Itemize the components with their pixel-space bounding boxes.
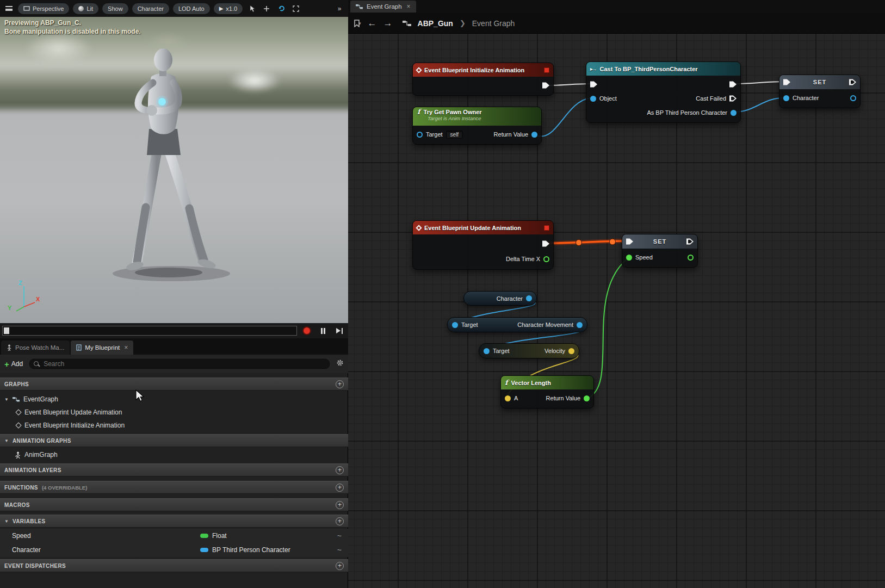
character-button[interactable]: Character	[132, 3, 169, 14]
move-tool-icon[interactable]	[261, 3, 272, 14]
lod-auto-button[interactable]: LOD Auto	[173, 3, 210, 14]
delta-time-pin[interactable]	[543, 256, 549, 262]
variable-visibility-icon[interactable]: ~	[337, 546, 342, 554]
preview-viewport[interactable]: Previewing ABP_Gun_C. Bone manipulation …	[0, 17, 348, 323]
speed-in-pin[interactable]	[626, 255, 632, 261]
close-tab-icon[interactable]: ×	[407, 3, 411, 10]
row-animgraph[interactable]: AnimGraph	[14, 448, 58, 461]
add-event-dispatcher-button[interactable]: +	[336, 562, 344, 570]
exec-out-pin[interactable]	[849, 79, 856, 86]
exec-in-pin[interactable]	[590, 81, 597, 88]
node-vector-length[interactable]: f Vector Length A Return Value	[500, 375, 594, 408]
refresh-icon[interactable]	[276, 3, 287, 14]
target-in-pin[interactable]	[484, 348, 490, 354]
return-value-pin[interactable]	[531, 132, 537, 138]
target-in-pin[interactable]	[417, 132, 423, 138]
record-button[interactable]	[300, 325, 313, 337]
pose-watch-tab-label: Pose Watch Ma...	[15, 344, 64, 351]
character-in-pin[interactable]	[783, 95, 789, 101]
exec-out-pin[interactable]	[542, 240, 549, 247]
collapse-icon[interactable]: ▼	[4, 438, 9, 443]
speed-out-pin[interactable]	[688, 255, 694, 261]
forward-button[interactable]: →	[383, 18, 393, 29]
node-try-get-pawn-owner[interactable]: f Try Get Pawn Owner Target is Anim Inst…	[412, 107, 542, 145]
velocity-out-pin[interactable]	[568, 348, 574, 354]
add-graph-button[interactable]: +	[336, 380, 344, 388]
add-animation-layer-button[interactable]: +	[336, 466, 344, 474]
variable-visibility-icon[interactable]: ~	[337, 531, 342, 540]
tab-my-blueprint[interactable]: My Blueprint ×	[71, 341, 133, 355]
step-forward-button[interactable]	[333, 325, 346, 337]
wire-pawn-return-to-cast-object[interactable]	[535, 98, 591, 137]
object-in-pin[interactable]	[590, 96, 596, 102]
wire-ascharacter-to-set-character[interactable]	[734, 98, 784, 112]
section-macros[interactable]: MACROS +	[0, 498, 348, 511]
search-box[interactable]	[28, 358, 331, 370]
add-variable-button[interactable]: +	[336, 517, 344, 525]
section-functions[interactable]: FUNCTIONS (4 OVERRIDABLE) +	[0, 481, 348, 494]
add-button[interactable]: + Add	[4, 360, 23, 369]
exec-out-pin[interactable]	[542, 82, 549, 89]
return-value-pin[interactable]	[584, 395, 590, 401]
lit-button[interactable]: Lit	[73, 3, 98, 14]
target-self-value[interactable]: self	[446, 131, 463, 139]
section-animation-graphs[interactable]: ▼ ANIMATION GRAPHS	[0, 434, 348, 447]
node-cast-to-bp-thirdpersoncharacter[interactable]: ▸→ Cast To BP_ThirdPersonCharacter Objec…	[586, 61, 741, 123]
character-out-pin[interactable]	[850, 95, 856, 101]
node-get-character[interactable]: Character	[463, 291, 537, 306]
back-button[interactable]: ←	[368, 18, 377, 29]
pause-button[interactable]	[317, 325, 330, 337]
exec-in-pin[interactable]	[626, 238, 633, 245]
row-event-update-animation[interactable]: Event Blueprint Update Animation	[16, 406, 122, 419]
tab-pose-watch-manager[interactable]: Pose Watch Ma...	[1, 341, 70, 355]
node-event-blueprint-update-animation[interactable]: Event Blueprint Update Animation Delta T…	[412, 220, 554, 270]
character-out-pin[interactable]	[526, 295, 532, 301]
exec-out-pin[interactable]	[729, 81, 737, 88]
section-animation-layers[interactable]: ANIMATION LAYERS +	[0, 463, 348, 476]
playback-speed-button[interactable]: ▶ x1.0	[214, 3, 243, 14]
section-event-dispatchers[interactable]: EVENT DISPATCHERS +	[0, 559, 348, 572]
wire-exec-init-to-cast[interactable]	[547, 84, 591, 85]
toolbar-overflow-chevrons[interactable]: »	[334, 3, 345, 14]
as-character-out-pin[interactable]	[731, 110, 737, 116]
node-get-velocity[interactable]: Target Velocity	[479, 343, 579, 358]
bookmarks-button[interactable]: ▾	[354, 20, 361, 27]
target-in-pin[interactable]	[452, 322, 458, 328]
expander-icon[interactable]: ▼	[4, 397, 9, 402]
collapse-icon[interactable]: ▼	[4, 519, 9, 524]
select-tool-icon[interactable]	[246, 3, 257, 14]
row-eventgraph[interactable]: ▼ EventGraph	[4, 393, 58, 406]
breadcrumb-root[interactable]: ABP_Gun	[418, 19, 453, 28]
wire-exec-cast-to-set-character[interactable]	[733, 82, 785, 84]
search-input[interactable]	[44, 360, 325, 368]
timeline-scrubber[interactable]	[2, 326, 297, 336]
maximize-icon[interactable]	[290, 3, 301, 14]
timeline-playhead[interactable]	[4, 327, 9, 334]
add-function-button[interactable]: +	[336, 484, 344, 492]
a-in-pin[interactable]	[505, 395, 511, 401]
row-event-init-animation[interactable]: Event Blueprint Initialize Animation	[16, 419, 125, 432]
exec-out-pin[interactable]	[686, 238, 694, 245]
perspective-button[interactable]: Perspective	[18, 3, 69, 14]
exec-in-pin[interactable]	[783, 79, 790, 86]
node-set-character[interactable]: SET Character	[779, 75, 861, 108]
node-event-blueprint-initialize-animation[interactable]: Event Blueprint Initialize Animation	[412, 63, 554, 96]
viewport-menu-icon[interactable]	[3, 3, 14, 14]
panel-settings-button[interactable]	[336, 359, 344, 369]
close-tab-icon[interactable]: ×	[124, 344, 128, 351]
blueprint-graph-canvas[interactable]: Event Blueprint Initialize Animation ▸→ …	[348, 34, 885, 588]
event-dispatchers-label: EVENT DISPATCHERS	[4, 563, 66, 569]
show-button[interactable]: Show	[102, 3, 128, 14]
section-variables[interactable]: ▼ VARIABLES +	[0, 515, 348, 528]
tab-event-graph[interactable]: Event Graph ×	[350, 1, 416, 13]
node-get-character-movement[interactable]: Target Character Movement	[447, 317, 587, 332]
speed-label: x1.0	[226, 5, 237, 12]
variable-row-speed[interactable]: Speed Float ~	[0, 529, 348, 543]
cast-failed-exec-pin[interactable]	[729, 95, 737, 102]
variable-row-character[interactable]: Character BP Third Person Character ~	[0, 543, 348, 557]
add-macro-button[interactable]: +	[336, 501, 344, 509]
movement-out-pin[interactable]	[577, 322, 583, 328]
node-set-speed[interactable]: SET Speed	[622, 234, 698, 268]
section-graphs[interactable]: GRAPHS +	[0, 377, 348, 391]
cast-failed-label: Cast Failed	[696, 95, 726, 102]
